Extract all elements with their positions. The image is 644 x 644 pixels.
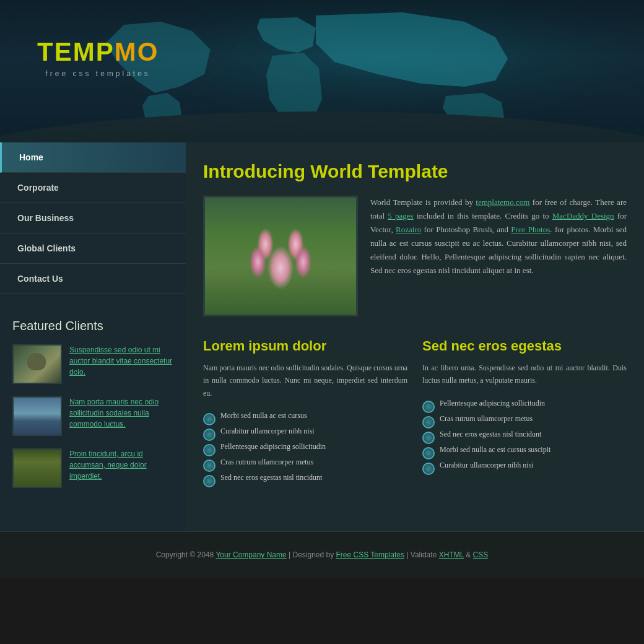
client-image-lake [14, 398, 62, 436]
client-link-1[interactable]: Suspendisse sed odio ut mi auctor blandi… [69, 344, 173, 384]
client-link-3[interactable]: Proin tincidunt, arcu id accumsan, neque… [69, 448, 173, 488]
nav-global-clients[interactable]: Global Clients [0, 233, 186, 264]
main-content: Introducing World Template World Templat… [186, 142, 644, 531]
logo-sub: free css templates [37, 69, 159, 78]
sidebar: Home Corporate Our Business Global Clien… [0, 142, 186, 531]
footer-company-link[interactable]: Your Company Name [215, 550, 286, 559]
nav-corporate[interactable]: Corporate [0, 173, 186, 203]
logo-mo: MO [115, 37, 159, 66]
col2-bullet-3: Sed nec eros egestas nisl tincidunt [422, 427, 627, 442]
intro-image [203, 196, 358, 316]
col1-heading: Lorem ipsum dolor [203, 338, 407, 354]
col2-heading: Sed nec eros egestas [422, 338, 627, 354]
intro-block: World Template is provided by templatemo… [203, 196, 627, 316]
col1-body: Nam porta mauris nec odio sollicitudin s… [203, 362, 407, 399]
col2-bullet-2: Cras rutrum ullamcorper metus [422, 411, 627, 427]
footer-validate: | Validate [406, 550, 437, 559]
col1-bullet-3: Pellentesque adipiscing sollicitudin [203, 439, 407, 455]
col1-bullet-5: Sed nec eros egestas nisl tincidunt [203, 470, 407, 485]
footer-amp: & [466, 550, 471, 559]
page-wrapper: TEMPMO free css templates Home Corporate… [0, 0, 644, 578]
link-templatemo[interactable]: templatemo.com [476, 198, 529, 207]
intro-text: World Template is provided by templatemo… [370, 196, 627, 316]
main-heading: Introducing World Template [203, 161, 627, 182]
client-item-1: Suspendisse sed odio ut mi auctor blandi… [12, 344, 173, 384]
footer-copyright: Copyright © 2048 [156, 550, 214, 559]
col1-bullet-2: Curabitur ullamcorper nibh nisi [203, 424, 407, 439]
col2-body: In ac libero urna. Suspendisse sed odio … [422, 362, 627, 387]
client-thumb-3 [12, 448, 62, 488]
col2-bullet-4: Morbi sed nulla ac est cursus suscipit [422, 442, 627, 458]
logo-text: TEMPMO [37, 37, 159, 67]
col-1: Lorem ipsum dolor Nam porta mauris nec o… [203, 338, 407, 485]
client-link-2[interactable]: Nam porta mauris nec odio sollicitudin s… [69, 396, 173, 436]
client-thumb-1 [12, 344, 62, 384]
header: TEMPMO free css templates [0, 0, 644, 142]
link-macDaddy[interactable]: MacDaddy Design [552, 211, 614, 220]
client-image-bird [14, 346, 62, 384]
featured-clients-section: Featured Clients Suspendisse sed odio ut… [0, 313, 186, 513]
footer-free-css-link[interactable]: Free CSS Templates [336, 550, 405, 559]
client-item-3: Proin tincidunt, arcu id accumsan, neque… [12, 448, 173, 488]
footer-designed-by: | Designed by [289, 550, 334, 559]
footer-css-link[interactable]: CSS [473, 550, 489, 559]
col2-bullet-list: Pellentesque adipiscing sollicitudin Cra… [422, 396, 627, 473]
nav-home[interactable]: Home [0, 142, 186, 173]
logo-temp: TEMP [37, 37, 115, 66]
col1-bullet-4: Cras rutrum ullamcorper metus [203, 455, 407, 470]
footer: Copyright © 2048 Your Company Name | Des… [0, 531, 644, 578]
col-2: Sed nec eros egestas In ac libero urna. … [422, 338, 627, 485]
nav-contact-us[interactable]: Contact Us [0, 264, 186, 294]
col1-bullet-list: Morbi sed nulla ac est cursus Curabitur … [203, 408, 407, 485]
featured-clients-title: Featured Clients [12, 319, 173, 333]
nav: Home Corporate Our Business Global Clien… [0, 142, 186, 294]
col2-bullet-5: Curabitur ullamcorper nibh nisi [422, 458, 627, 473]
two-col-section: Lorem ipsum dolor Nam porta mauris nec o… [203, 338, 627, 485]
client-image-grass [14, 450, 62, 488]
footer-xhtml-link[interactable]: XHTML [439, 550, 464, 559]
link-freePhotos[interactable]: Free Photos [511, 225, 550, 234]
col1-bullet-1: Morbi sed nulla ac est cursus [203, 408, 407, 424]
link-pages[interactable]: 5 pages [388, 211, 413, 220]
content-wrap: Home Corporate Our Business Global Clien… [0, 142, 644, 531]
flower-image [205, 198, 356, 315]
logo: TEMPMO free css templates [37, 37, 159, 78]
link-rozairo[interactable]: Rozairo [396, 225, 421, 234]
client-thumb-2 [12, 396, 62, 436]
client-item-2: Nam porta mauris nec odio sollicitudin s… [12, 396, 173, 436]
nav-our-business[interactable]: Our Business [0, 203, 186, 233]
col2-bullet-1: Pellentesque adipiscing sollicitudin [422, 396, 627, 411]
